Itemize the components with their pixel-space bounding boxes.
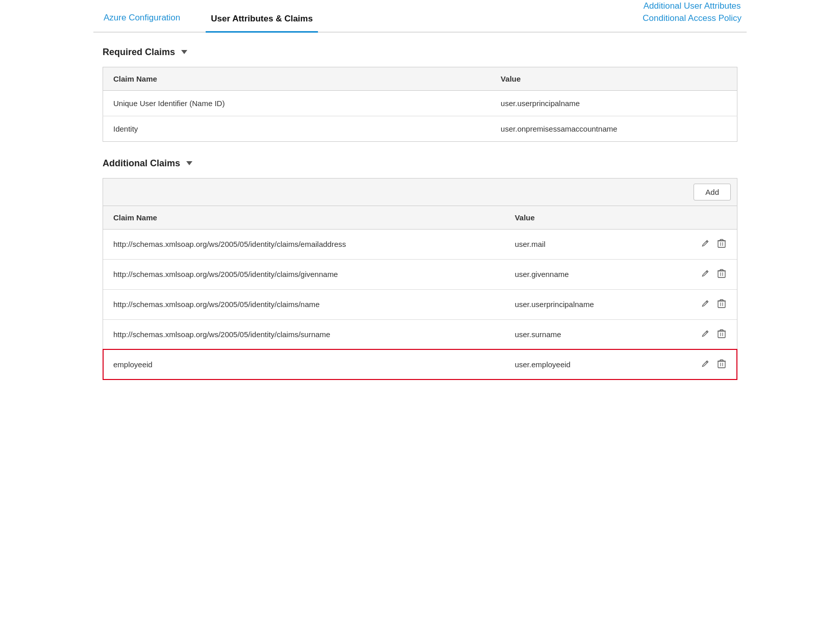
required-claims-header-row: Claim Name Value <box>103 67 737 90</box>
additional-claim-name: http://schemas.xmlsoap.org/ws/2005/05/id… <box>103 289 505 319</box>
required-claims-col-name: Claim Name <box>103 67 491 90</box>
additional-claim-name: employeeid <box>103 349 505 379</box>
required-claims-chevron-icon[interactable] <box>181 50 187 54</box>
tab-user-attributes-claims[interactable]: User Attributes & Claims <box>206 5 318 33</box>
page-container: Azure Configuration User Attributes & Cl… <box>93 0 747 411</box>
additional-claim-actions <box>662 259 737 289</box>
delete-claim-button[interactable] <box>717 358 727 371</box>
edit-claim-button[interactable] <box>700 298 710 311</box>
additional-claim-value: user.givenname <box>505 259 662 289</box>
additional-claims-title: Additional Claims <box>103 158 180 169</box>
required-claims-section-header: Required Claims <box>103 47 737 58</box>
svg-rect-16 <box>718 361 725 368</box>
additional-claim-value: user.employeeid <box>505 349 662 379</box>
required-claims-body: Unique User Identifier (Name ID)user.use… <box>103 90 737 141</box>
required-claims-table: Claim Name Value Unique User Identifier … <box>103 67 737 142</box>
svg-rect-12 <box>718 331 725 338</box>
additional-claims-col-actions <box>662 206 737 230</box>
delete-claim-button[interactable] <box>717 238 727 251</box>
additional-claims-col-value: Value <box>505 206 662 230</box>
additional-claim-name: http://schemas.xmlsoap.org/ws/2005/05/id… <box>103 319 505 349</box>
add-claim-button[interactable]: Add <box>694 184 731 200</box>
tab-right-group: Additional User Attributes Conditional A… <box>643 0 742 32</box>
edit-claim-button[interactable] <box>700 238 710 250</box>
main-content: Required Claims Claim Name Value Unique … <box>93 33 747 411</box>
additional-claim-actions <box>662 289 737 319</box>
additional-claims-row: http://schemas.xmlsoap.org/ws/2005/05/id… <box>103 289 737 319</box>
required-claim-name: Unique User Identifier (Name ID) <box>103 90 491 116</box>
required-claims-title: Required Claims <box>103 47 175 58</box>
tab-azure-config[interactable]: Azure Configuration <box>98 4 185 32</box>
additional-claim-value: user.surname <box>505 319 662 349</box>
additional-claim-value: user.mail <box>505 229 662 259</box>
additional-claim-name: http://schemas.xmlsoap.org/ws/2005/05/id… <box>103 259 505 289</box>
svg-rect-4 <box>718 271 725 277</box>
add-toolbar: Add <box>103 179 737 206</box>
required-claims-row: Unique User Identifier (Name ID)user.use… <box>103 90 737 116</box>
additional-claim-name: http://schemas.xmlsoap.org/ws/2005/05/id… <box>103 229 505 259</box>
required-claims-row: Identityuser.onpremisessamaccountname <box>103 116 737 141</box>
additional-claims-table: Claim Name Value http://schemas.xmlsoap.… <box>103 206 737 379</box>
tab-additional-user-attributes[interactable]: Additional User Attributes <box>644 0 741 12</box>
additional-claims-col-name: Claim Name <box>103 206 505 230</box>
svg-rect-8 <box>718 301 725 308</box>
delete-claim-button[interactable] <box>717 298 727 311</box>
required-claim-value: user.userprincipalname <box>490 90 737 116</box>
delete-claim-button[interactable] <box>717 268 727 281</box>
additional-claims-row: http://schemas.xmlsoap.org/ws/2005/05/id… <box>103 319 737 349</box>
top-nav: Azure Configuration User Attributes & Cl… <box>93 0 747 33</box>
additional-claims-section-header: Additional Claims <box>103 158 737 169</box>
edit-claim-button[interactable] <box>700 328 710 341</box>
additional-claims-header-row: Claim Name Value <box>103 206 737 230</box>
edit-claim-button[interactable] <box>700 268 710 281</box>
edit-claim-button[interactable] <box>700 359 710 371</box>
required-claim-value: user.onpremisessamaccountname <box>490 116 737 141</box>
svg-rect-0 <box>718 241 725 247</box>
additional-claim-actions <box>662 349 737 379</box>
additional-claims-chevron-icon[interactable] <box>186 161 192 165</box>
additional-claims-row: employeeiduser.employeeid <box>103 349 737 379</box>
required-claims-col-value: Value <box>490 67 737 90</box>
additional-claims-wrapper: Add Claim Name Value http://schemas.xmls… <box>103 178 737 380</box>
additional-claims-body: http://schemas.xmlsoap.org/ws/2005/05/id… <box>103 229 737 379</box>
additional-claim-actions <box>662 319 737 349</box>
tab-conditional-access-policy[interactable]: Conditional Access Policy <box>643 12 742 24</box>
additional-claims-row: http://schemas.xmlsoap.org/ws/2005/05/id… <box>103 229 737 259</box>
required-claim-name: Identity <box>103 116 491 141</box>
additional-claim-value: user.userprincipalname <box>505 289 662 319</box>
additional-claims-row: http://schemas.xmlsoap.org/ws/2005/05/id… <box>103 259 737 289</box>
delete-claim-button[interactable] <box>717 328 727 341</box>
additional-claim-actions <box>662 229 737 259</box>
